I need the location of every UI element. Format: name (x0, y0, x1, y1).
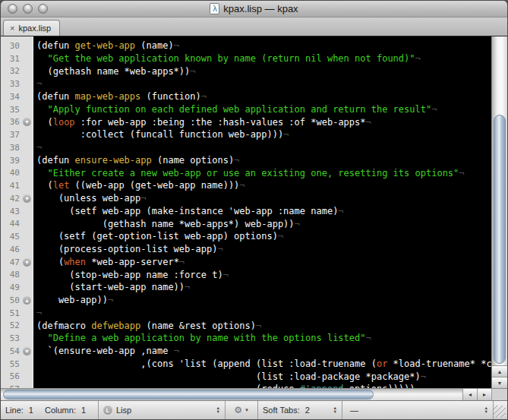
line-number[interactable]: 49 (1, 283, 21, 292)
line-number[interactable]: 30 (1, 41, 21, 51)
code-line[interactable]: (defun ensure-web-app (name options)¬ (36, 154, 491, 167)
line-number[interactable]: 47 (1, 257, 21, 267)
code-line[interactable]: "Define a web application by name with t… (36, 332, 491, 345)
line-number[interactable]: 31 (1, 54, 21, 64)
line-number[interactable]: 37 (1, 130, 21, 140)
code-line[interactable]: "Get the web application known by name (… (36, 52, 491, 65)
code-line[interactable]: "Apply function on each defined web appl… (36, 103, 491, 116)
line-number[interactable]: 52 (1, 321, 21, 330)
code-token: "Apply function on each defined web appl… (47, 104, 431, 115)
code-line[interactable]: (loop :for web-app :being :the :hash-val… (36, 116, 491, 129)
gear-icon: ⚙ (234, 405, 242, 415)
gutter: 30313233343536▾373839404142▾4344454647▾4… (1, 36, 33, 388)
line-number[interactable]: 48 (1, 270, 21, 279)
newline-mark: ¬ (365, 333, 371, 343)
line-number[interactable]: 41 (1, 181, 21, 191)
line-number[interactable]: 39 (1, 156, 21, 166)
soft-tabs-selector[interactable]: Soft Tabs: 2 ▲ ▼ (258, 401, 342, 419)
code-line[interactable]: (defmacro defwebapp (name &rest options)… (36, 320, 491, 333)
code-line[interactable]: (list :load-package *package*)¬ (36, 371, 491, 384)
line-number[interactable]: 44 (1, 219, 21, 229)
vertical-scrollbar[interactable]: ▲ ▼ (491, 36, 507, 388)
scroll-right-button[interactable]: ▸ (477, 389, 491, 400)
tab-kpax-lisp[interactable]: × kpax.lisp (3, 20, 60, 36)
line-number[interactable]: 40 (1, 168, 21, 178)
code-line[interactable]: (gethash name *web-apps*) web-app))¬ (36, 218, 491, 231)
line-number[interactable]: 33 (1, 79, 21, 89)
line-number[interactable]: 55 (1, 359, 21, 369)
code-line[interactable]: "Either create a new web-app or use an e… (36, 167, 491, 180)
symbol-list-selector[interactable]: — (342, 401, 484, 419)
fold-down-icon[interactable]: ▾ (23, 194, 31, 203)
line-number[interactable]: 42 (1, 194, 21, 204)
close-window-button[interactable] (8, 4, 17, 14)
fold-down-icon[interactable]: ▾ (23, 118, 31, 126)
code-line[interactable]: (setf web-app (make-instance 'web-app :n… (36, 205, 491, 218)
fold-down-icon[interactable]: ▾ (23, 258, 31, 267)
code-line[interactable]: (gethash name *web-apps*))¬ (36, 65, 491, 78)
stepper-icon[interactable]: ▲ ▼ (216, 406, 220, 414)
gutter-line: 37 (1, 128, 33, 141)
zoom-window-button[interactable] (38, 4, 48, 14)
gutter-line: 49 (1, 281, 33, 294)
scroll-left-button[interactable]: ◂ (462, 389, 477, 400)
line-number[interactable]: 38 (1, 143, 21, 153)
line-number[interactable]: 56 (1, 371, 21, 381)
line-number[interactable]: 50 (1, 295, 21, 305)
code-line[interactable]: (process-option-list web-app)¬ (36, 243, 491, 256)
line-number[interactable]: 36 (1, 117, 21, 127)
tab-close-icon[interactable]: × (10, 24, 14, 33)
code-line[interactable]: (unless web-app¬ (36, 192, 491, 205)
line-number[interactable]: 46 (1, 245, 21, 254)
code-line[interactable]: web-app))¬ (36, 294, 491, 307)
code-line[interactable]: (setf (get-option-list web-app) options)… (36, 230, 491, 243)
code-token: ensure-web-app (75, 155, 152, 166)
line-number[interactable]: 53 (1, 333, 21, 343)
newline-mark: ¬ (283, 129, 289, 140)
horizontal-scrollbar-track[interactable] (1, 389, 462, 400)
code-line[interactable]: (reduce #'append options)))))¬ (36, 383, 491, 388)
horizontal-scrollbar-thumb[interactable] (3, 390, 374, 399)
code-line[interactable]: ,(cons 'list (append (list :load-truenam… (36, 358, 491, 371)
scroll-up-button[interactable]: ▲ (492, 365, 507, 377)
minimize-window-button[interactable] (23, 4, 33, 14)
language-selector[interactable]: L Lisp ▲ ▼ (99, 401, 225, 419)
line-number[interactable]: 45 (1, 232, 21, 242)
line-number[interactable]: 54 (1, 346, 21, 356)
gutter-line: 57 (1, 383, 33, 388)
code-line[interactable]: ¬ (36, 307, 491, 320)
fold-up-icon[interactable]: ▴ (23, 296, 31, 305)
code-token (36, 168, 47, 178)
code-line[interactable]: (let ((web-app (get-web-app name)))¬ (36, 179, 491, 192)
code-line[interactable]: `(ensure-web-app ,name ¬ (36, 345, 491, 358)
scroll-down-button[interactable]: ▼ (492, 377, 507, 388)
line-number[interactable]: 32 (1, 66, 21, 76)
line-number[interactable]: 34 (1, 92, 21, 102)
stepper-down-icon: ▼ (484, 410, 488, 414)
fold-down-icon[interactable]: ▾ (23, 347, 31, 355)
code-token: (defun (36, 91, 75, 102)
line-number[interactable]: 51 (1, 308, 21, 318)
code-line[interactable]: (defun get-web-app (name)¬ (36, 39, 491, 52)
line-number[interactable]: 43 (1, 207, 21, 216)
resize-grip[interactable] (494, 406, 506, 418)
code-line[interactable]: (defun map-web-apps (function)¬ (36, 90, 491, 103)
code-token: (defun (36, 155, 75, 166)
code-token: (start-web-app name)) (36, 282, 185, 292)
bundle-actions-button[interactable]: ⚙ ▼ (226, 401, 257, 419)
code-line[interactable]: (start-web-app name))¬ (36, 281, 491, 294)
vertical-scrollbar-thumb[interactable] (494, 115, 506, 364)
newline-mark: ¬ (174, 346, 179, 356)
code-line[interactable]: (stop-web-app name :force t)¬ (36, 269, 491, 282)
horizontal-scrollbar[interactable]: ◂ ▸ (1, 388, 491, 400)
stepper-icon[interactable]: ▲ ▼ (333, 406, 337, 414)
code-line[interactable]: (when *web-app-server*¬ (36, 256, 491, 269)
code-area[interactable]: (defun get-web-app (name)¬ "Get the web … (34, 36, 491, 388)
line-number[interactable]: 35 (1, 105, 21, 115)
code-token: ( (36, 257, 64, 267)
gutter-line: 52 (1, 320, 33, 333)
code-line[interactable]: ¬ (36, 77, 491, 90)
code-line[interactable]: ¬ (36, 141, 491, 154)
code-line[interactable]: :collect (funcall function web-app)))¬ (36, 128, 491, 141)
stepper-icon[interactable]: ▲ ▼ (484, 406, 488, 414)
